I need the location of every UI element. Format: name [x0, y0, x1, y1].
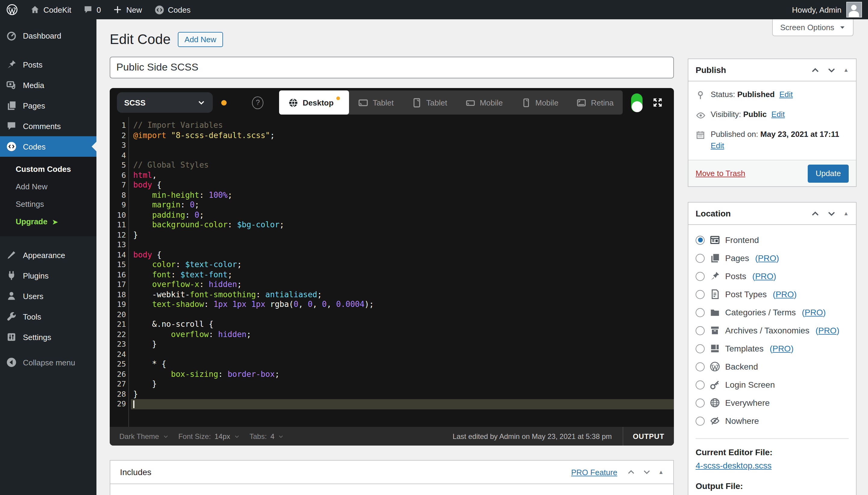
sidebar-subitem-add-new[interactable]: Add New	[0, 178, 97, 195]
comments-menu[interactable]: 0	[77, 0, 107, 19]
code-line-1[interactable]: 1// Import Variables	[110, 121, 674, 131]
pro-link[interactable]: PRO	[758, 253, 776, 263]
language-select[interactable]: SCSS	[117, 92, 213, 113]
location-header[interactable]: Location ▲	[688, 203, 856, 225]
pro-link[interactable]: PRO	[805, 307, 823, 317]
code-line-16[interactable]: 16 font: $text-font;	[110, 270, 674, 280]
code-line-10[interactable]: 10 padding: 0;	[110, 210, 674, 220]
sidebar-item-collapse-menu[interactable]: Collapse menu	[0, 352, 97, 373]
pro-feature-link[interactable]: PRO Feature	[571, 467, 617, 477]
code-line-6[interactable]: 6html,	[110, 170, 674, 180]
tab-mobile-landscape[interactable]: Mobile	[456, 90, 512, 115]
code-title-input[interactable]	[110, 57, 674, 79]
tab-globe[interactable]: Desktop	[279, 90, 349, 115]
move-down-icon[interactable]	[643, 468, 651, 476]
code-line-20[interactable]: 20	[110, 310, 674, 320]
code-line-28[interactable]: 28}	[110, 389, 674, 399]
radio-button[interactable]	[696, 254, 705, 262]
location-option-nowhere[interactable]: Nowhere	[696, 412, 849, 430]
sidebar-item-plugins[interactable]: Plugins	[0, 265, 97, 286]
code-line-4[interactable]: 4	[110, 150, 674, 160]
howdy-text[interactable]: Howdy, Admin	[792, 5, 841, 14]
radio-button[interactable]	[696, 380, 705, 389]
code-line-22[interactable]: 22 overflow: hidden;	[110, 329, 674, 339]
sidebar-item-pages[interactable]: Pages	[0, 95, 97, 116]
location-option-everywhere[interactable]: Everywhere	[696, 394, 849, 412]
update-button[interactable]: Update	[808, 164, 849, 182]
tabs-select[interactable]: Tabs: 4	[249, 432, 284, 441]
sidebar-item-media[interactable]: Media	[0, 75, 97, 95]
publish-header[interactable]: Publish ▲	[688, 59, 856, 81]
radio-button[interactable]	[696, 308, 705, 317]
code-line-25[interactable]: 25 * {	[110, 359, 674, 369]
collapse-panel-icon[interactable]: ▲	[843, 67, 849, 73]
code-line-3[interactable]: 3	[110, 140, 674, 150]
code-line-18[interactable]: 18 -webkit-font-smoothing: antialiased;	[110, 290, 674, 300]
tab-tablet-landscape[interactable]: Tablet	[349, 90, 403, 115]
font-size-select[interactable]: Font Size: 14px	[178, 432, 240, 441]
sidebar-item-appearance[interactable]: Appearance	[0, 245, 97, 265]
sidebar-item-comments[interactable]: Comments	[0, 116, 97, 136]
location-option-categories-terms[interactable]: Categories / Terms(PRO)	[696, 303, 849, 321]
help-icon[interactable]: ?	[252, 96, 263, 109]
code-area[interactable]: 1// Import Variables2@import "8-scss-def…	[110, 117, 674, 427]
radio-button[interactable]	[696, 236, 705, 244]
fullscreen-icon[interactable]	[652, 97, 663, 108]
sidebar-item-settings[interactable]: Settings	[0, 327, 97, 347]
radio-button[interactable]	[696, 326, 705, 335]
sidebar-item-users[interactable]: Users	[0, 286, 97, 306]
code-line-26[interactable]: 26 box-sizing: border-box;	[110, 369, 674, 379]
editor-toggle[interactable]	[631, 93, 643, 112]
move-down-icon[interactable]	[827, 65, 836, 74]
output-button[interactable]: OUTPUT	[623, 427, 674, 446]
code-line-17[interactable]: 17 overflow-x: hidden;	[110, 280, 674, 290]
tab-retina[interactable]: Retina	[568, 90, 623, 115]
current-file-link[interactable]: 4-scss-desktop.scss	[696, 461, 771, 470]
sidebar-subitem-settings[interactable]: Settings	[0, 195, 97, 213]
tab-mobile-portrait[interactable]: Mobile	[512, 90, 568, 115]
move-up-icon[interactable]	[811, 209, 820, 218]
location-option-frontend[interactable]: Frontend	[696, 231, 849, 249]
location-option-login-screen[interactable]: Login Screen	[696, 376, 849, 394]
move-down-icon[interactable]	[827, 209, 836, 218]
location-option-archives-taxonomies[interactable]: Archives / Taxonomies(PRO)	[696, 321, 849, 339]
screen-options-button[interactable]: Screen Options	[772, 19, 853, 36]
radio-button[interactable]	[696, 290, 705, 299]
radio-button[interactable]	[696, 416, 705, 425]
code-line-8[interactable]: 8 min-height: 100%;	[110, 190, 674, 200]
collapse-panel-icon[interactable]: ▲	[658, 469, 664, 475]
pro-link[interactable]: PRO	[772, 344, 791, 353]
code-line-9[interactable]: 9 margin: 0;	[110, 200, 674, 210]
code-line-29[interactable]: 29	[110, 399, 674, 409]
code-line-19[interactable]: 19 text-shadow: 1px 1px 1px rgba(0, 0, 0…	[110, 300, 674, 310]
new-menu[interactable]: New	[107, 0, 148, 19]
code-line-13[interactable]: 13	[110, 240, 674, 250]
collapse-panel-icon[interactable]: ▲	[843, 210, 849, 217]
sidebar-item-codes[interactable]: Codes	[0, 136, 97, 157]
edit-published-link[interactable]: Edit	[711, 141, 724, 150]
move-to-trash-link[interactable]: Move to Trash	[696, 169, 745, 178]
code-line-7[interactable]: 7body {	[110, 180, 674, 190]
code-line-14[interactable]: 14body {	[110, 250, 674, 260]
edit-status-link[interactable]: Edit	[779, 90, 793, 99]
pro-link[interactable]: PRO	[755, 271, 774, 281]
code-line-15[interactable]: 15 color: $text-color;	[110, 260, 674, 270]
code-line-5[interactable]: 5// Global Styles	[110, 160, 674, 170]
sidebar-subitem-upgrade[interactable]: Upgrade➤	[0, 213, 97, 230]
sidebar-subitem-custom-codes[interactable]: Custom Codes	[0, 160, 97, 178]
radio-button[interactable]	[696, 362, 705, 371]
code-line-23[interactable]: 23 }	[110, 339, 674, 349]
location-option-posts[interactable]: Posts(PRO)	[696, 267, 849, 285]
sidebar-item-tools[interactable]: Tools	[0, 306, 97, 327]
code-line-11[interactable]: 11 background-color: $bg-color;	[110, 220, 674, 230]
radio-button[interactable]	[696, 344, 705, 353]
add-new-button[interactable]: Add New	[178, 32, 223, 47]
code-line-27[interactable]: 27 }	[110, 379, 674, 389]
pro-link[interactable]: PRO	[776, 289, 794, 299]
location-option-pages[interactable]: Pages(PRO)	[696, 249, 849, 267]
code-line-12[interactable]: 12}	[110, 230, 674, 240]
avatar[interactable]	[846, 2, 862, 17]
tab-tablet-portrait[interactable]: Tablet	[403, 90, 456, 115]
code-line-2[interactable]: 2@import "8-scss-default.scss";	[110, 131, 674, 140]
move-up-icon[interactable]	[627, 468, 635, 476]
